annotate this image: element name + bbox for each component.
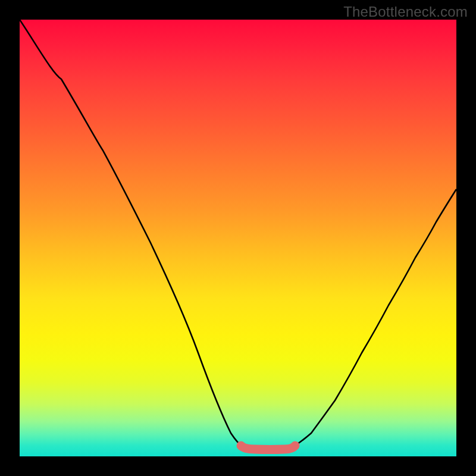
right-black-curve (293, 189, 456, 447)
watermark-text: TheBottleneck.com (343, 4, 468, 20)
flat-highlight-segment (241, 446, 295, 450)
plot-area (20, 20, 456, 456)
chart-frame: TheBottleneck.com (0, 0, 476, 476)
curve-overlay (20, 20, 456, 456)
left-black-curve (20, 20, 243, 447)
